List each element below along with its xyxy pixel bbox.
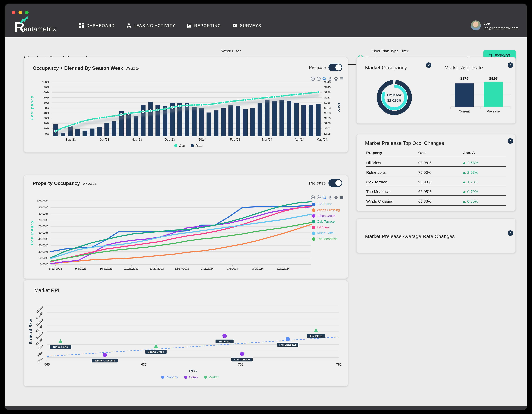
svg-text:90.00%: 90.00% bbox=[38, 206, 48, 209]
user-menu[interactable]: Joe joe@rentametrix.com bbox=[471, 20, 519, 30]
legend-item[interactable]: The Plaza bbox=[312, 202, 340, 206]
rentametrix-logo[interactable]: R entametrix bbox=[14, 17, 56, 34]
cell-property: Winds Crossing bbox=[366, 199, 418, 203]
svg-text:$926: $926 bbox=[489, 76, 497, 81]
svg-text:2/6/2024: 2/6/2024 bbox=[227, 267, 238, 270]
svg-text:RPS: RPS bbox=[189, 369, 197, 373]
market-rpi-card: Market RPI $750$850$950$1,050$1,150$1,25… bbox=[24, 280, 348, 386]
svg-text:Sep '23: Sep '23 bbox=[66, 138, 76, 141]
top-occ-changes-card: Market Prelease Top Occ. Changes ↗ Prope… bbox=[356, 134, 516, 211]
property-occupancy-chart[interactable]: 0.00%10.00%20.00%30.00%40.00%50.00%60.00… bbox=[24, 175, 349, 279]
legend-dot bbox=[174, 144, 177, 147]
legend-item[interactable]: Property bbox=[161, 375, 178, 379]
user-email: joe@rentametrix.com bbox=[484, 26, 519, 30]
svg-text:Prelease: Prelease bbox=[487, 110, 500, 113]
legend-item[interactable]: Hill View bbox=[312, 225, 340, 229]
legend-label: Rate bbox=[195, 144, 202, 147]
cell-delta: 2.68% bbox=[467, 161, 478, 165]
svg-text:Dec '23: Dec '23 bbox=[164, 138, 175, 141]
legend-dot bbox=[312, 237, 315, 241]
svg-text:Hill View: Hill View bbox=[219, 340, 230, 343]
legend-label: Winds Crossing bbox=[317, 208, 340, 212]
svg-text:10.00%: 10.00% bbox=[38, 256, 48, 259]
nav-label: DASHBOARD bbox=[86, 23, 115, 28]
svg-text:782: 782 bbox=[336, 363, 342, 366]
avg-rate-changes-card: Market Prelease Average Rate Changes ↗ bbox=[356, 218, 516, 253]
svg-text:11/22/2023: 11/22/2023 bbox=[150, 267, 164, 270]
legend-dot bbox=[312, 220, 315, 223]
nav-item-surveys[interactable]: SURVEYS bbox=[233, 23, 261, 28]
rpi-legend[interactable]: PropertyCompMarket bbox=[161, 375, 218, 379]
legend-item[interactable]: Johns Creek bbox=[312, 214, 340, 218]
table-row[interactable]: Winds Crossing 63.33% 0.35% bbox=[366, 199, 506, 203]
svg-text:9/8/2023: 9/8/2023 bbox=[75, 267, 86, 270]
zoom-window-icon[interactable] bbox=[25, 11, 28, 14]
svg-text:$1,250: $1,250 bbox=[35, 325, 44, 333]
logo-arrow-icon bbox=[19, 15, 28, 25]
market-rpi-chart[interactable]: $750$850$950$1,050$1,150$1,250$1,350$1,4… bbox=[24, 280, 349, 387]
legend-item[interactable]: Oak Terrace bbox=[312, 220, 340, 223]
table-header-occ: Occ. bbox=[418, 151, 463, 155]
legend-label: The Meadows bbox=[317, 237, 337, 241]
table-row[interactable]: The Meadows 66.05% 0.79% bbox=[366, 190, 506, 194]
market-occupancy-donut: Prelease82.625%$875Current$926Prelease bbox=[357, 57, 516, 124]
svg-text:0.00%: 0.00% bbox=[40, 263, 48, 266]
legend-label: The Plaza bbox=[317, 202, 332, 206]
survey-icon bbox=[233, 23, 238, 28]
svg-text:Oct '23: Oct '23 bbox=[100, 138, 109, 141]
svg-text:Apr '24: Apr '24 bbox=[295, 138, 304, 141]
svg-text:$938: $938 bbox=[324, 91, 331, 94]
svg-text:565: 565 bbox=[44, 363, 50, 366]
svg-text:90%: 90% bbox=[44, 86, 49, 89]
table-row[interactable]: Hill View 93.98% 2.68% bbox=[366, 161, 506, 165]
legend-label: Property bbox=[166, 375, 178, 379]
close-window-icon[interactable] bbox=[12, 11, 15, 14]
nav-item-leasing-activity[interactable]: LEASING ACTIVITY bbox=[126, 23, 175, 28]
svg-text:Feb '24: Feb '24 bbox=[230, 138, 240, 141]
minimize-window-icon[interactable] bbox=[19, 11, 22, 14]
svg-text:Mar '24: Mar '24 bbox=[262, 138, 272, 141]
svg-text:20.00%: 20.00% bbox=[38, 250, 48, 253]
svg-text:The Meadows: The Meadows bbox=[279, 343, 297, 346]
legend-item[interactable]: Market bbox=[204, 375, 218, 379]
cell-property: Ridge Lofts bbox=[366, 170, 418, 175]
svg-text:$1,450: $1,450 bbox=[35, 312, 44, 320]
table-row[interactable]: Oak Terrace 98.98% 1.23% bbox=[366, 180, 506, 184]
svg-text:Occupancy: Occupancy bbox=[30, 220, 34, 245]
svg-text:30.00%: 30.00% bbox=[38, 244, 48, 247]
svg-text:100.00%: 100.00% bbox=[37, 200, 48, 203]
logo-text: entametrix bbox=[24, 25, 56, 33]
svg-text:10/28/2023: 10/28/2023 bbox=[124, 267, 139, 270]
legend-item[interactable]: Occ bbox=[174, 144, 185, 147]
property-occupancy-card: Property Occupancy AY 23-24 Prelease 0.0… bbox=[24, 175, 348, 279]
svg-text:May '24: May '24 bbox=[316, 138, 327, 141]
table-row[interactable]: Ridge Lofts 79.53% 2.03% bbox=[366, 170, 506, 175]
svg-text:$908: $908 bbox=[324, 122, 331, 125]
property-legend[interactable]: The PlazaWinds CrossingJohns CreekOak Te… bbox=[312, 202, 340, 241]
occ-rate-legend[interactable]: OccRate bbox=[174, 144, 202, 147]
legend-dot bbox=[191, 144, 194, 147]
svg-text:Nov '23: Nov '23 bbox=[132, 138, 142, 141]
legend-item[interactable]: Ridge Lofts bbox=[312, 231, 340, 235]
svg-text:Ridge Lofts: Ridge Lofts bbox=[53, 345, 68, 348]
svg-text:8/13/2023: 8/13/2023 bbox=[49, 267, 62, 270]
svg-text:$750: $750 bbox=[37, 357, 44, 364]
legend-item[interactable]: Rate bbox=[191, 144, 202, 147]
svg-text:50%: 50% bbox=[44, 106, 49, 110]
expand-top-occ-changes-icon[interactable]: ↗ bbox=[508, 138, 513, 144]
legend-label: Market bbox=[209, 375, 218, 379]
up-triangle-icon bbox=[463, 200, 466, 202]
floor-plan-filter-label: Floor Plan Type Filter: bbox=[372, 49, 470, 53]
cell-delta: 0.79% bbox=[467, 190, 478, 194]
occupancy-blended-chart[interactable]: 0%$89810%$90320%$90830%$91340%$91850%$92… bbox=[24, 57, 349, 153]
nav-item-reporting[interactable]: REPORTING bbox=[187, 23, 221, 28]
svg-text:Johns Creek: Johns Creek bbox=[148, 350, 164, 353]
legend-item[interactable]: Comp bbox=[184, 375, 198, 379]
nav-item-dashboard[interactable]: DASHBOARD bbox=[79, 23, 115, 28]
legend-item[interactable]: The Meadows bbox=[312, 237, 340, 241]
legend-item[interactable]: Winds Crossing bbox=[312, 208, 340, 212]
card-title-avg-rate-changes: Market Prelease Average Rate Changes bbox=[365, 233, 455, 239]
expand-avg-rate-changes-icon[interactable]: ↗ bbox=[508, 230, 513, 236]
svg-text:Current: Current bbox=[459, 110, 470, 113]
legend-dot bbox=[312, 202, 315, 206]
